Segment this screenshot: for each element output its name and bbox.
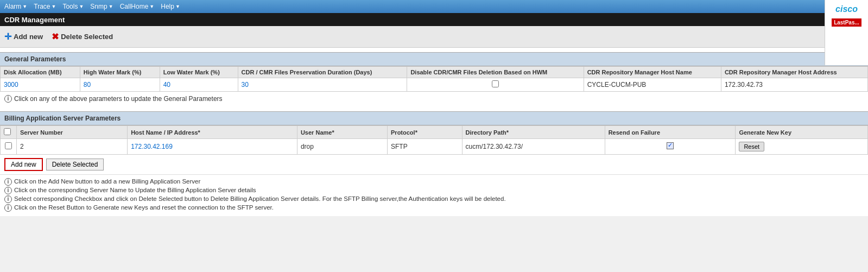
add-new-button[interactable]: ✛ Add new (4, 31, 43, 42)
disable-deletion-cell (407, 78, 584, 92)
billing-row: 2 172.30.42.169 drop SFTP cucm/172.30.42… (1, 139, 868, 155)
general-params-table: Disk Allocation (MB) High Water Mark (%)… (0, 66, 868, 92)
main-content: General Parameters Disk Allocation (MB) … (0, 48, 868, 216)
preservation-duration-cell: 30 (238, 78, 407, 92)
billing-server-number: 2 (17, 139, 128, 155)
billing-col-resend: Resend on Failure (605, 126, 736, 139)
host-address-cell: 172.30.42.73 (721, 78, 867, 92)
info-icon-2: i (4, 187, 12, 194)
cisco-panel: cisco LastPas... (825, 0, 868, 65)
billing-table: Server Number Host Name / IP Address* Us… (0, 125, 868, 155)
billing-col-checkbox (1, 126, 17, 139)
menu-callhome[interactable]: CallHome ▼ (120, 3, 155, 10)
billing-add-new-button[interactable]: Add new (4, 158, 43, 171)
main-toolbar: ✛ Add new ✖ Delete Selected (0, 26, 868, 48)
menu-tools[interactable]: Tools ▼ (62, 3, 84, 10)
billing-info-notes: i Click on the Add New button to add a n… (0, 174, 868, 216)
low-water-mark-link[interactable]: 40 (163, 81, 170, 88)
menu-bar: Alarm ▼ Trace ▼ Tools ▼ Snmp ▼ CallHome … (0, 0, 868, 13)
general-params-info: i Click on any of the above parameters t… (0, 92, 868, 106)
cisco-logo: cisco (835, 4, 858, 14)
billing-protocol: SFTP (388, 139, 462, 155)
billing-generate-key-cell: Reset (736, 139, 868, 155)
callhome-arrow: ▼ (149, 4, 154, 9)
delete-selected-button[interactable]: ✖ Delete Selected (52, 31, 113, 42)
info-icon-4: i (4, 204, 12, 212)
billing-col-generate-key: Generate New Key (736, 126, 868, 139)
billing-info-4: i Click on the Reset Button to Generate … (4, 204, 864, 212)
billing-info-3: i Select corresponding Checkbox and clic… (4, 195, 864, 203)
title-bar: CDR Management (0, 13, 868, 26)
host-name-cell: CYCLE-CUCM-PUB (584, 78, 721, 92)
col-host-address: CDR Repository Manager Host Address (721, 67, 867, 78)
high-water-mark-link[interactable]: 80 (84, 81, 91, 88)
preservation-duration-link[interactable]: 30 (242, 81, 249, 88)
disk-allocation-cell: 3000 (1, 78, 80, 92)
billing-row-checkbox[interactable] (5, 142, 12, 149)
col-high-water-mark: High Water Mark (%) (80, 67, 160, 78)
billing-directory-path: cucm/172.30.42.73/ (462, 139, 605, 155)
billing-col-directory-path: Directory Path* (462, 126, 605, 139)
delete-icon: ✖ (52, 31, 59, 42)
bottom-toolbar: Add new Delete Selected (0, 155, 868, 174)
menu-snmp[interactable]: Snmp ▼ (90, 3, 113, 10)
billing-select-all-checkbox[interactable] (4, 128, 11, 135)
billing-col-protocol: Protocol* (388, 126, 462, 139)
billing-params-header: Billing Application Server Parameters (0, 111, 868, 125)
help-arrow: ▼ (175, 4, 180, 9)
high-water-mark-cell: 80 (80, 78, 160, 92)
add-icon: ✛ (4, 31, 11, 42)
general-params-header: General Parameters (0, 52, 868, 66)
info-icon: i (4, 95, 12, 103)
billing-col-host-ip: Host Name / IP Address* (128, 126, 297, 139)
col-disk-allocation: Disk Allocation (MB) (1, 67, 80, 78)
billing-host-ip-link[interactable]: 172.30.42.169 (131, 143, 173, 150)
info-icon-1: i (4, 178, 12, 186)
col-low-water-mark: Low Water Mark (%) (160, 67, 238, 78)
billing-col-user-name: User Name* (297, 126, 387, 139)
billing-resend-cell (605, 139, 736, 155)
lastpass-badge: LastPas... (832, 18, 861, 27)
billing-info-1: i Click on the Add New button to add a n… (4, 178, 864, 186)
menu-alarm[interactable]: Alarm ▼ (4, 3, 27, 10)
low-water-mark-cell: 40 (160, 78, 238, 92)
billing-host-ip: 172.30.42.169 (128, 139, 297, 155)
col-host-name: CDR Repository Manager Host Name (584, 67, 721, 78)
tools-arrow: ▼ (79, 4, 84, 9)
menu-trace[interactable]: Trace ▼ (34, 3, 56, 10)
billing-col-server-number: Server Number (17, 126, 128, 139)
billing-row-checkbox-cell (1, 139, 17, 155)
snmp-arrow: ▼ (109, 4, 113, 9)
billing-delete-selected-button[interactable]: Delete Selected (46, 159, 104, 170)
page-title: CDR Management (4, 16, 65, 24)
reset-button[interactable]: Reset (739, 142, 764, 151)
general-params-row: 3000 80 40 30 CYCLE-CUCM-PUB 172.30.42.7… (1, 78, 868, 92)
billing-info-2: i Click on the corresponding Server Name… (4, 187, 864, 194)
col-disable-deletion: Disable CDR/CMR Files Deletion Based on … (407, 67, 584, 78)
col-preservation-duration: CDR / CMR Files Preservation Duration (D… (238, 67, 407, 78)
alarm-arrow: ▼ (22, 4, 27, 9)
resend-checked-icon (667, 142, 674, 149)
menu-help[interactable]: Help ▼ (161, 3, 180, 10)
billing-user-name: drop (297, 139, 387, 155)
disable-deletion-checkbox[interactable] (492, 80, 499, 87)
disk-allocation-link[interactable]: 3000 (4, 81, 18, 88)
info-icon-3: i (4, 195, 12, 203)
trace-arrow: ▼ (52, 4, 56, 9)
